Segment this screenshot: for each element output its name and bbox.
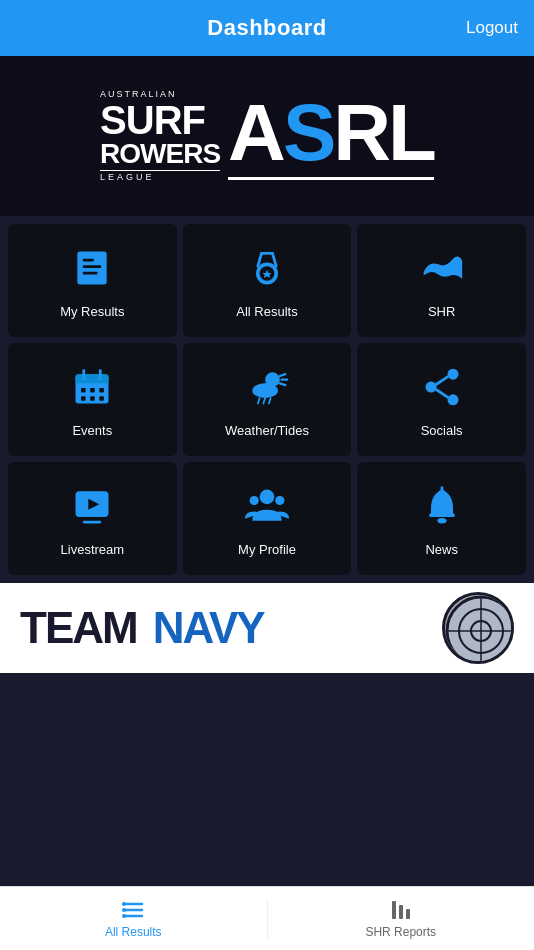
svg-rect-2	[83, 265, 101, 268]
svg-point-37	[250, 496, 259, 505]
share-icon	[416, 361, 468, 413]
svg-point-38	[275, 496, 284, 505]
nav-item-shr-reports[interactable]: SHR Reports	[268, 898, 535, 939]
svg-point-21	[252, 383, 278, 398]
svg-rect-15	[90, 388, 95, 393]
bottom-nav: All Results SHR Reports	[0, 886, 534, 950]
svg-line-31	[436, 377, 447, 384]
grid-label-news: News	[425, 542, 458, 557]
svg-rect-11	[76, 374, 109, 383]
logo-area: AUSTRALIAN SURF ROWERS LEAGUE ASRL	[0, 56, 534, 216]
logo-league-text: LEAGUE	[100, 170, 220, 183]
banner-text2: NAVY	[153, 603, 264, 653]
grid-label-events: Events	[72, 423, 112, 438]
svg-line-7	[258, 253, 262, 266]
banner-bg: TEAM NAVY	[0, 583, 534, 673]
header: Dashboard Logout	[0, 0, 534, 56]
grid-item-events[interactable]: Events	[8, 343, 177, 456]
svg-rect-3	[83, 272, 98, 275]
banner-area: TEAM NAVY	[0, 583, 534, 673]
logo-underline	[228, 177, 434, 180]
svg-point-30	[447, 394, 458, 405]
grid-item-all-results[interactable]: All Results	[183, 224, 352, 337]
grid-label-socials: Socials	[421, 423, 463, 438]
svg-line-24	[280, 383, 286, 385]
medal-icon	[241, 242, 293, 294]
svg-line-8	[272, 253, 276, 266]
svg-line-26	[269, 398, 271, 404]
svg-point-52	[122, 914, 126, 918]
results-icon	[66, 242, 118, 294]
svg-rect-16	[100, 388, 105, 393]
page-title: Dashboard	[207, 15, 326, 41]
logo-rowers-text: ROWERS	[100, 140, 220, 168]
logo-surf-text: SURF	[100, 100, 220, 140]
svg-point-29	[425, 382, 436, 393]
nav-label-all-results: All Results	[105, 925, 162, 939]
grid-item-shr[interactable]: SHR	[357, 224, 526, 337]
dashboard-grid: My Results All Results SHR	[0, 216, 534, 583]
svg-rect-18	[90, 396, 95, 401]
play-icon	[66, 480, 118, 532]
svg-rect-17	[81, 396, 86, 401]
svg-rect-19	[100, 396, 105, 401]
svg-line-22	[280, 374, 286, 376]
wave-icon	[416, 242, 468, 294]
grid-item-my-profile[interactable]: My Profile	[183, 462, 352, 575]
svg-point-36	[260, 490, 275, 505]
grid-label-livestream: Livestream	[61, 542, 125, 557]
svg-point-50	[122, 902, 126, 906]
svg-line-27	[258, 398, 260, 404]
svg-point-51	[122, 908, 126, 912]
svg-rect-53	[392, 901, 396, 919]
grid-label-all-results: All Results	[236, 304, 297, 319]
calendar-icon	[66, 361, 118, 413]
svg-rect-39	[429, 513, 455, 517]
bell-icon	[416, 480, 468, 532]
grid-item-socials[interactable]: Socials	[357, 343, 526, 456]
svg-line-32	[436, 390, 447, 397]
logo-asrl: ASRL	[228, 93, 434, 180]
grid-item-my-results[interactable]: My Results	[8, 224, 177, 337]
svg-line-25	[263, 398, 265, 404]
grid-item-weather[interactable]: Weather/Tides	[183, 343, 352, 456]
logo-container: AUSTRALIAN SURF ROWERS LEAGUE ASRL	[100, 90, 434, 183]
grid-label-weather: Weather/Tides	[225, 423, 309, 438]
svg-point-28	[447, 369, 458, 380]
grid-label-shr: SHR	[428, 304, 455, 319]
nav-label-shr-reports: SHR Reports	[365, 925, 436, 939]
svg-rect-1	[83, 259, 94, 262]
svg-rect-54	[399, 905, 403, 919]
svg-point-40	[437, 518, 446, 524]
weather-icon	[241, 361, 293, 413]
grid-item-news[interactable]: News	[357, 462, 526, 575]
banner-text1: TEAM	[20, 603, 137, 653]
banner-circle	[442, 592, 514, 664]
svg-rect-55	[406, 909, 410, 919]
logo-text-left: AUSTRALIAN SURF ROWERS LEAGUE	[100, 90, 220, 183]
grid-label-my-results: My Results	[60, 304, 124, 319]
svg-rect-35	[83, 521, 101, 524]
grid-label-my-profile: My Profile	[238, 542, 296, 557]
grid-item-livestream[interactable]: Livestream	[8, 462, 177, 575]
nav-item-all-results[interactable]: All Results	[0, 898, 267, 939]
svg-rect-14	[81, 388, 86, 393]
logout-button[interactable]: Logout	[466, 18, 518, 38]
group-icon	[241, 480, 293, 532]
